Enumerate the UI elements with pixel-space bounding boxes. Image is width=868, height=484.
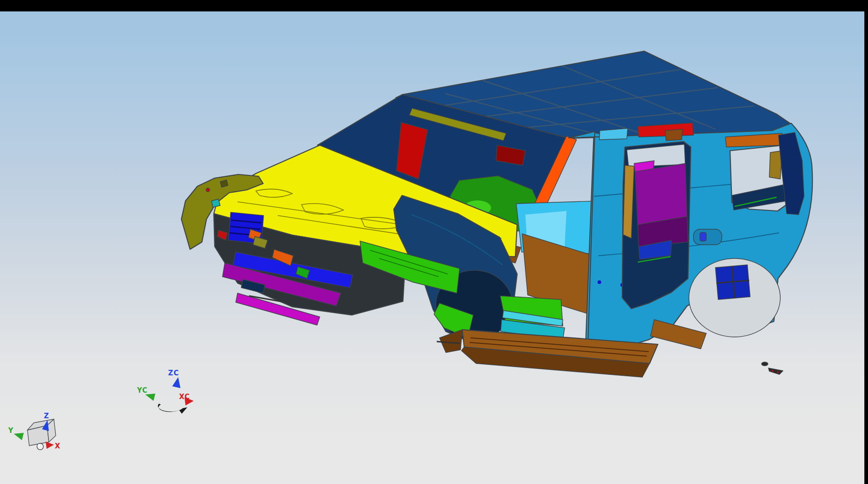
wcs-x-axis[interactable] — [171, 402, 186, 405]
wcs-y-axis[interactable] — [153, 398, 171, 405]
small-part-dot — [762, 362, 768, 366]
car-model[interactable] — [181, 51, 812, 377]
roofrail-lightcyan — [599, 128, 628, 140]
right-black-bar — [864, 0, 868, 484]
detached-parts[interactable] — [762, 362, 783, 374]
rear-sill-wedge — [651, 320, 706, 349]
3d-viewport[interactable]: ZC YC XC Z Y X — [0, 0, 868, 484]
cargo-purple-panel — [635, 163, 687, 226]
wcs-triad[interactable]: ZC YC XC — [137, 369, 194, 414]
top-black-bar — [0, 0, 868, 11]
wcs-y-label: YC — [137, 386, 148, 395]
view-y-label: Y — [8, 426, 14, 435]
door-handle-recess[interactable] — [693, 229, 722, 245]
wcs-y-cone[interactable] — [145, 394, 155, 401]
wcs-x-label: XC — [179, 393, 190, 401]
wcs-z-cone[interactable] — [172, 377, 180, 388]
sliver-red-dot — [772, 370, 773, 372]
quarter-window-opening[interactable] — [730, 145, 787, 211]
wcs-rotation-handle[interactable] — [158, 404, 187, 414]
sliver-red-dot — [777, 371, 779, 373]
small-part-sliver — [768, 368, 783, 374]
rail-red-dot — [206, 188, 210, 192]
view-triad[interactable]: Z Y X — [8, 412, 61, 450]
rail-teal-chip — [212, 199, 220, 207]
view-x-cone[interactable] — [46, 442, 54, 449]
roofrail-brown-piece — [665, 129, 683, 141]
wcs-z-label: ZC — [168, 369, 179, 377]
body-dot — [598, 280, 601, 284]
view-cube[interactable] — [27, 419, 56, 446]
view-z-label: Z — [44, 412, 49, 420]
application-window: ZC YC XC Z Y X — [0, 0, 868, 484]
rear-door-opening[interactable] — [622, 142, 691, 309]
view-x-label: X — [55, 442, 61, 450]
wcs-z-axis[interactable] — [171, 385, 175, 405]
door-handle-glyph — [700, 232, 706, 241]
rear-wheel-arch[interactable] — [689, 258, 780, 337]
view-origin-highlight — [38, 444, 40, 447]
view-origin-sphere[interactable] — [37, 443, 43, 450]
view-y-cone[interactable] — [14, 433, 24, 440]
